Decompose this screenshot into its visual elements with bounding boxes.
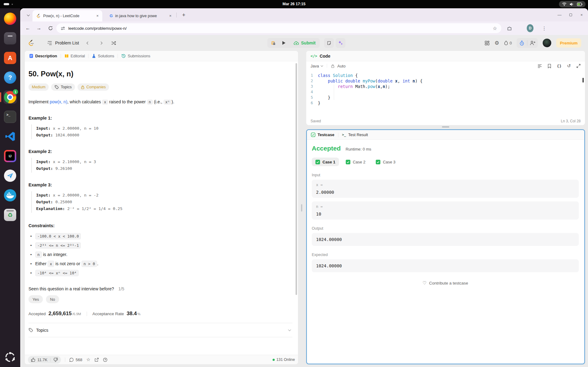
prev-problem-button[interactable]: [85, 39, 92, 47]
notes-button[interactable]: [324, 38, 334, 48]
share-icon[interactable]: [94, 357, 99, 362]
input-box-2[interactable]: n =10: [312, 201, 579, 220]
dock-item-terminal[interactable]: >_: [3, 110, 17, 124]
code-line[interactable]: 4: [306, 89, 585, 95]
submit-button[interactable]: Submit: [289, 38, 320, 48]
collaborate-button[interactable]: [527, 38, 538, 48]
system-clock[interactable]: Mar 26 17:15: [282, 0, 305, 8]
url-text[interactable]: leetcode.com/problems/powx-n/: [68, 26, 490, 31]
random-problem-button[interactable]: [110, 39, 118, 47]
dock-item-trash[interactable]: ♻: [3, 208, 17, 222]
undo-icon[interactable]: ↺: [567, 63, 571, 69]
tab-close-icon[interactable]: ×: [168, 13, 172, 18]
back-button[interactable]: ←: [24, 25, 31, 32]
tab-search-button[interactable]: [24, 11, 32, 19]
system-status-area[interactable]: [559, 1, 586, 7]
language-selector[interactable]: Java: [311, 64, 323, 68]
tab-solutions[interactable]: Solutions: [92, 54, 114, 58]
tab-leetcode[interactable]: Pow(x, n) - LeetCode ×: [32, 10, 102, 21]
extensions-icon[interactable]: [506, 25, 513, 32]
tab-editorial[interactable]: Editorial: [64, 54, 85, 58]
companies-tag[interactable]: Companies: [77, 83, 109, 91]
like-button[interactable]: 11.7K: [31, 357, 47, 362]
help-circle-icon[interactable]: [103, 357, 107, 362]
input-box-value[interactable]: 2.00000: [316, 190, 575, 195]
case-button-1[interactable]: Case 1: [312, 158, 339, 166]
dock-item-vscode[interactable]: [3, 130, 17, 143]
premium-button[interactable]: Premium: [556, 38, 581, 48]
bookmark-icon[interactable]: [548, 64, 551, 68]
debug-button[interactable]: [267, 38, 278, 48]
problem-link[interactable]: pow(x, n): [50, 99, 67, 104]
activities-indicator[interactable]: [4, 3, 9, 5]
new-tab-button[interactable]: +: [180, 11, 187, 19]
timer-button[interactable]: [517, 38, 527, 48]
tab-test-result[interactable]: >_ Test Result: [342, 132, 368, 137]
code-line[interactable]: 1class Solution {: [306, 73, 585, 78]
tab-testcase[interactable]: Testcase: [311, 132, 334, 137]
tab-google-search[interactable]: G in java how to give powe ×: [106, 10, 175, 21]
case-button-3[interactable]: Case 3: [372, 158, 399, 166]
dock-item-show-apps[interactable]: [3, 350, 17, 364]
dock-item-app-center[interactable]: A: [3, 51, 17, 65]
dock-item-help[interactable]: ?: [3, 71, 17, 84]
minimize-button[interactable]: —: [556, 12, 563, 18]
code-editor[interactable]: 1class Solution {2 public double myPow(d…: [306, 71, 585, 117]
contribute-testcase-button[interactable]: ♡ Contribute a testcase: [312, 280, 579, 286]
case-button-2[interactable]: Case 2: [342, 158, 369, 166]
expand-icon[interactable]: [576, 64, 581, 68]
tab-description[interactable]: Description: [29, 54, 57, 58]
run-button[interactable]: [278, 38, 289, 48]
site-settings-icon[interactable]: [61, 26, 65, 31]
dislike-button[interactable]: [53, 357, 58, 362]
expected-box[interactable]: 1024.00000: [312, 259, 579, 272]
yes-button[interactable]: Yes: [28, 295, 43, 303]
settings-gear-icon[interactable]: ⚙: [495, 40, 499, 46]
bookmark-star-icon[interactable]: ☆: [493, 25, 497, 31]
braces-icon[interactable]: {}: [557, 64, 561, 68]
dock-item-file-manager[interactable]: [3, 32, 17, 45]
browser-menu-icon[interactable]: ⋮: [541, 25, 548, 32]
editor-scroll-mark[interactable]: [582, 78, 584, 82]
dock-item-paper-plane-app[interactable]: [3, 169, 17, 182]
check-icon: [346, 160, 350, 164]
forward-button[interactable]: →: [36, 25, 42, 32]
auto-label[interactable]: Auto: [337, 64, 345, 68]
ai-assistant-button[interactable]: [336, 38, 345, 48]
vertical-resize-handle[interactable]: [301, 204, 302, 212]
input-box-1[interactable]: x =2.00000: [312, 180, 579, 198]
topics-accordion[interactable]: Topics: [28, 323, 292, 337]
dock-item-chrome[interactable]: 1: [3, 90, 17, 104]
code-line[interactable]: 5 }: [306, 95, 585, 100]
streak-counter[interactable]: 0: [504, 40, 512, 45]
no-button[interactable]: No: [46, 295, 59, 303]
next-problem-button[interactable]: [97, 39, 105, 47]
divider: [61, 54, 61, 58]
code-line[interactable]: 6}: [306, 100, 585, 106]
code-line[interactable]: 3 return Math.pow(x,n);: [306, 84, 585, 89]
horizontal-resize-handle[interactable]: [442, 126, 449, 128]
comments-button[interactable]: 568: [69, 357, 82, 362]
problem-list-button[interactable]: Problem List: [47, 40, 79, 46]
difficulty-badge[interactable]: Medium: [28, 83, 49, 91]
leetcode-logo[interactable]: [28, 39, 35, 46]
reload-button[interactable]: [47, 25, 54, 32]
dock-item-firefox[interactable]: [3, 12, 17, 25]
topics-tag[interactable]: Topics: [51, 83, 75, 91]
browser-profile-avatar[interactable]: D: [527, 25, 533, 32]
dock-item-intellij[interactable]: IJ: [3, 149, 17, 163]
tab-close-icon[interactable]: ×: [96, 13, 99, 18]
favorite-star-icon[interactable]: ☆: [86, 357, 90, 362]
close-button[interactable]: ×: [578, 12, 585, 18]
output-box[interactable]: 1024.00000: [312, 233, 579, 246]
restore-button[interactable]: [567, 12, 574, 18]
input-box-value[interactable]: 10: [316, 212, 575, 216]
dock-item-docker[interactable]: [3, 189, 17, 202]
user-avatar[interactable]: [543, 39, 551, 47]
tab-submissions[interactable]: Submissions: [121, 54, 150, 58]
code-line[interactable]: 2 public double myPow(double x, int n) {: [306, 78, 585, 84]
description-scrollbar[interactable]: [296, 63, 297, 295]
address-bar[interactable]: leetcode.com/problems/powx-n/ ☆: [56, 23, 501, 33]
layout-icon[interactable]: [484, 40, 490, 46]
format-icon[interactable]: [537, 64, 542, 68]
